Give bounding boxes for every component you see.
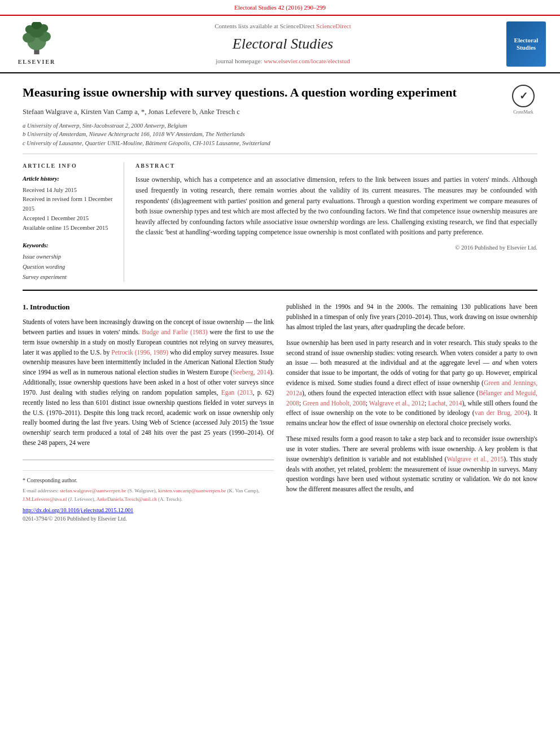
- walgrave-2012-link[interactable]: Walgrave et al., 2012: [369, 400, 425, 407]
- emails-label: E-mail addresses:: [23, 488, 59, 493]
- seeberg-link[interactable]: Seeberg, 2014: [233, 369, 270, 375]
- keyword-1: Issue ownership: [23, 252, 116, 262]
- accepted-date: Accepted 1 December 2015: [23, 214, 116, 224]
- journal-logo-box: Electoral Studies: [506, 21, 546, 67]
- corresponding-note: * Corresponding author.: [23, 477, 274, 485]
- intro-paragraph-2: published in the 1990s and 94 in the 200…: [286, 302, 537, 332]
- petrocik-link[interactable]: Petrocik (1996, 1989): [111, 349, 168, 356]
- keyword-3: Survey experiment: [23, 272, 116, 282]
- body-left-col: 1. Introduction Students of voters have …: [23, 302, 274, 523]
- article-content: Measuring issue ownership with survey qu…: [0, 73, 560, 534]
- journal-title: Electoral Studies: [62, 33, 504, 55]
- article-title: Measuring issue ownership with survey qu…: [23, 85, 501, 101]
- abstract-text: Issue ownership, which has a competence …: [135, 174, 537, 238]
- keyword-2: Question wording: [23, 262, 116, 272]
- article-history: Article history: Received 14 July 2015 R…: [23, 174, 116, 233]
- email-lefevere-name: (J. Lefevere),: [68, 496, 97, 502]
- sciencedirect-link[interactable]: ScienceDirect: [316, 23, 351, 29]
- page-footer: * Corresponding author. E-mail addresses…: [23, 460, 274, 523]
- affiliation-b: b University of Amsterdam, Nieuwe Achter…: [23, 130, 501, 139]
- footer-emails: E-mail addresses: stefan.walgrave@uantwe…: [23, 487, 274, 503]
- footer-rule: [23, 470, 274, 471]
- keywords-label: Keywords:: [23, 241, 116, 250]
- journal-header: ELSEVIER Contents lists available at Sci…: [0, 16, 560, 73]
- keywords-block: Keywords: Issue ownership Question wordi…: [23, 241, 116, 282]
- crossmark-badge: ✓: [512, 85, 535, 107]
- email-vancamp[interactable]: kirsten.vancamp@uantwerpen.be: [158, 488, 226, 493]
- egan-link[interactable]: Egan (2013: [221, 389, 253, 396]
- journal-citation: Electoral Studies 42 (2016) 290–299: [234, 4, 326, 11]
- article-title-area: Measuring issue ownership with survey qu…: [23, 85, 501, 148]
- budge-farlie-link[interactable]: Budge and Farlie (1983): [142, 329, 207, 335]
- history-label: Article history:: [23, 174, 116, 183]
- footer-doi: http://dx.doi.org/10.1016/j.electstud.20…: [23, 506, 274, 515]
- crossmark-label: CrossMark: [513, 109, 533, 116]
- received-date: Received 14 July 2015: [23, 186, 116, 195]
- doi-link[interactable]: http://dx.doi.org/10.1016/j.electstud.20…: [23, 507, 133, 513]
- homepage-line: journal homepage: www.elsevier.com/locat…: [62, 57, 504, 66]
- body-two-col: 1. Introduction Students of voters have …: [23, 302, 537, 523]
- intro-paragraph-1: Students of voters have been increasingl…: [23, 317, 274, 448]
- authors-text: Stefaan Walgrave a, Kirsten Van Camp a, …: [23, 108, 240, 116]
- section-title-text: Introduction: [30, 303, 70, 311]
- green-hobolt-link[interactable]: Green and Hobolt, 2008: [303, 400, 366, 407]
- email-vancamp-name: (K. Van Camp),: [228, 488, 260, 493]
- affiliation-a: a University of Antwerp, Sint-Jacobsstra…: [23, 121, 501, 130]
- article-info-col: Article Info Article history: Received 1…: [23, 162, 124, 282]
- vanderbrug-link[interactable]: van der Brug, 2004: [475, 409, 527, 416]
- body-right-col: published in the 1990s and 94 in the 200…: [286, 302, 537, 523]
- email-lefevere[interactable]: J.M.Lefevere@uva.nl: [23, 496, 67, 502]
- email-walgrave-name: (S. Walgrave),: [128, 488, 158, 493]
- intro-paragraph-3: Issue ownership has been used in party r…: [286, 338, 537, 429]
- elsevier-tree-icon: [17, 22, 56, 56]
- abstract-col: Abstract Issue ownership, which has a co…: [135, 162, 537, 282]
- article-title-section: Measuring issue ownership with survey qu…: [23, 85, 537, 154]
- copyright-line: © 2016 Published by Elsevier Ltd.: [135, 243, 537, 252]
- email-walgrave[interactable]: stefan.walgrave@uantwerpen.be: [60, 488, 126, 493]
- abstract-heading: Abstract: [135, 162, 537, 171]
- email-tresch-name: (A. Tresch).: [158, 496, 182, 502]
- affiliation-c: c University of Lausanne, Quartier UNIL-…: [23, 139, 501, 148]
- crossmark: ✓ CrossMark: [509, 85, 537, 116]
- journal-logo-right: Electoral Studies: [504, 21, 549, 67]
- homepage-url[interactable]: www.elsevier.com/locate/electstud: [264, 58, 350, 64]
- logo-title-line2: Studies: [517, 44, 536, 51]
- intro-paragraph-4: These mixed results form a good reason t…: [286, 434, 537, 495]
- article-authors: Stefaan Walgrave a, Kirsten Van Camp a, …: [23, 107, 501, 117]
- article-info-abstract: Article Info Article history: Received 1…: [23, 162, 537, 291]
- elsevier-label: ELSEVIER: [18, 58, 56, 67]
- journal-citation-bar: Electoral Studies 42 (2016) 290–299: [0, 0, 560, 16]
- footer-issn: 0261-3794/© 2016 Published by Elsevier L…: [23, 515, 274, 523]
- sciencedirect-line: Contents lists available at ScienceDirec…: [62, 22, 504, 31]
- logo-title-line1: Electoral: [514, 37, 539, 44]
- journal-center: Contents lists available at ScienceDirec…: [62, 22, 504, 66]
- article-info-heading: Article Info: [23, 162, 116, 171]
- lachat-link[interactable]: Lachat, 2014: [428, 400, 462, 407]
- affiliations: a University of Antwerp, Sint-Jacobsstra…: [23, 121, 501, 148]
- email-tresch[interactable]: AnkeDaniela.Tresch@unil.ch: [97, 496, 157, 502]
- available-date: Available online 15 December 2015: [23, 224, 116, 233]
- walgrave-2015-link[interactable]: Walgrave et al., 2015: [447, 456, 504, 462]
- section-number: 1.: [23, 303, 28, 311]
- intro-section-title: 1. Introduction: [23, 302, 274, 313]
- revised-date: Received in revised form 1 December 2015: [23, 195, 116, 214]
- elsevier-logo: ELSEVIER: [11, 22, 62, 67]
